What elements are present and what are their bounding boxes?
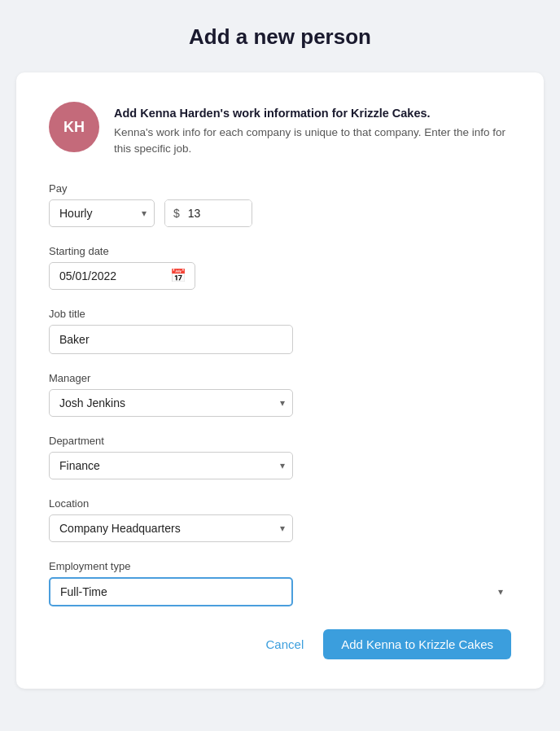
employment-type-select[interactable]: Full-Time Part-Time Contract [49, 577, 293, 606]
manager-label: Manager [49, 372, 511, 384]
card-header-description: Kenna's work info for each company is un… [114, 125, 511, 158]
pay-label: Pay [49, 182, 511, 195]
pay-group: Pay Hourly Salary ▾ $ [49, 182, 511, 227]
card-header: KH Add Kenna Harden's work information f… [49, 102, 511, 158]
location-select[interactable]: Company Headquarters Remote Branch Offic… [49, 514, 293, 542]
employment-type-group: Employment type Full-Time Part-Time Cont… [49, 560, 511, 606]
manager-select[interactable]: Josh Jenkins Other Manager [49, 389, 293, 417]
page-wrapper: Add a new person KH Add Kenna Harden's w… [16, 24, 544, 689]
pay-row: Hourly Salary ▾ $ [49, 199, 511, 227]
employment-type-label: Employment type [49, 560, 511, 572]
location-group: Location Company Headquarters Remote Bra… [49, 497, 511, 542]
pay-amount-input[interactable] [186, 200, 252, 226]
employment-type-select-wrapper: Full-Time Part-Time Contract ▾ [49, 577, 511, 606]
department-group: Department Finance Operations HR ▾ [49, 435, 511, 479]
manager-select-wrapper: Josh Jenkins Other Manager ▾ [49, 389, 293, 417]
card-header-title: Add Kenna Harden's work information for … [114, 107, 511, 120]
location-select-wrapper: Company Headquarters Remote Branch Offic… [49, 514, 293, 542]
pay-type-select-wrapper: Hourly Salary ▾ [49, 199, 155, 227]
starting-date-input[interactable] [50, 263, 195, 289]
starting-date-label: Starting date [49, 245, 511, 257]
dollar-sign-icon: $ [165, 200, 186, 226]
location-label: Location [49, 497, 511, 510]
form-actions: Cancel Add Kenna to Krizzle Cakes [49, 629, 511, 659]
manager-group: Manager Josh Jenkins Other Manager ▾ [49, 372, 511, 417]
department-label: Department [49, 435, 511, 447]
card-header-text: Add Kenna Harden's work information for … [114, 102, 511, 158]
cancel-button[interactable]: Cancel [263, 631, 308, 658]
pay-type-select[interactable]: Hourly Salary [49, 199, 155, 227]
avatar: KH [49, 102, 99, 152]
department-select[interactable]: Finance Operations HR [49, 452, 293, 479]
job-title-group: Job title [49, 308, 511, 354]
form-section: Pay Hourly Salary ▾ $ [49, 182, 511, 606]
submit-button[interactable]: Add Kenna to Krizzle Cakes [323, 629, 511, 659]
department-select-wrapper: Finance Operations HR ▾ [49, 452, 293, 479]
pay-amount-wrapper: $ [164, 199, 252, 227]
form-card: KH Add Kenna Harden's work information f… [16, 72, 544, 689]
date-input-wrapper: 📅 [49, 262, 195, 290]
employment-type-chevron-icon: ▾ [498, 586, 503, 597]
starting-date-group: Starting date 📅 [49, 245, 511, 290]
job-title-label: Job title [49, 308, 511, 320]
job-title-input[interactable] [49, 325, 293, 354]
page-title: Add a new person [189, 24, 371, 50]
